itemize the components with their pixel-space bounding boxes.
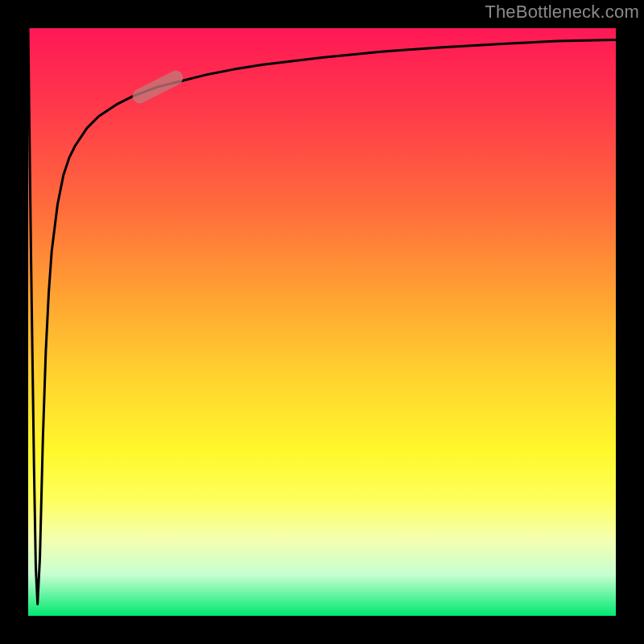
plot-area bbox=[28, 28, 616, 616]
bottleneck-chart: TheBottleneck.com bbox=[0, 0, 644, 644]
watermark-text: TheBottleneck.com bbox=[485, 2, 639, 23]
bottleneck-curve bbox=[28, 28, 616, 616]
